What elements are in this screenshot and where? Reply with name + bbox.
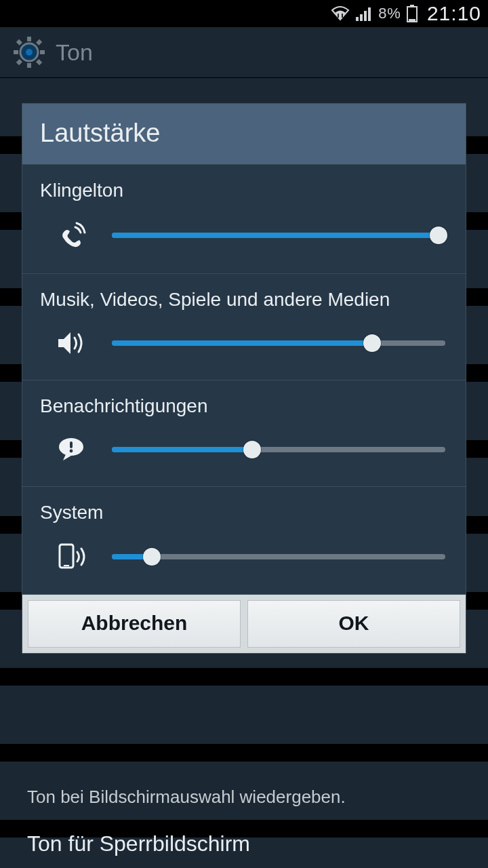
notifications-slider[interactable] <box>112 441 445 458</box>
signal-icon <box>355 6 373 21</box>
media-slider[interactable] <box>112 335 445 351</box>
section-ringer: Klingelton <box>22 165 466 274</box>
svg-rect-15 <box>16 59 22 65</box>
svg-rect-9 <box>27 37 31 41</box>
svg-rect-0 <box>356 17 359 21</box>
section-label: Benachrichtigungen <box>40 395 448 417</box>
cancel-button[interactable]: Abbrechen <box>28 600 241 648</box>
page-title: Ton <box>56 39 93 66</box>
system-icon <box>52 542 90 571</box>
notification-icon <box>52 436 90 463</box>
section-media: Musik, Videos, Spiele und andere Medien <box>22 274 466 380</box>
bg-row-title: Ton für Sperrbildschirm <box>27 831 250 856</box>
ringer-icon <box>52 220 90 250</box>
svg-rect-1 <box>360 14 363 21</box>
svg-rect-3 <box>368 7 371 21</box>
section-notifications: Benachrichtigungen <box>22 380 466 487</box>
svg-rect-18 <box>70 441 73 448</box>
app-header: Ton <box>0 27 488 78</box>
battery-icon <box>407 5 418 22</box>
section-label: Klingelton <box>40 180 448 201</box>
system-slider[interactable] <box>112 549 445 565</box>
svg-rect-14 <box>36 39 42 45</box>
ringer-slider[interactable] <box>112 227 445 243</box>
svg-rect-11 <box>14 50 18 54</box>
bg-row-caption: Ton bei Bildschirmauswahl wiedergeben. <box>27 787 346 808</box>
clock: 21:10 <box>427 2 481 25</box>
svg-point-8 <box>26 49 33 56</box>
dialog-button-bar: Abbrechen OK <box>22 595 466 653</box>
svg-rect-21 <box>64 565 69 566</box>
settings-gear-icon <box>14 37 45 68</box>
media-icon <box>52 330 90 357</box>
svg-rect-12 <box>40 50 45 54</box>
battery-percent: 8% <box>378 5 401 22</box>
section-system: System <box>22 487 466 595</box>
svg-rect-10 <box>27 63 31 68</box>
status-bar: 8% 21:10 <box>0 0 488 27</box>
svg-rect-6 <box>409 19 415 21</box>
dialog-title: Lautstärke <box>22 104 466 165</box>
svg-rect-13 <box>16 39 22 45</box>
section-label: Musik, Videos, Spiele und andere Medien <box>40 289 448 311</box>
volume-dialog: Lautstärke Klingelton Musik, Videos, Spi… <box>22 103 466 654</box>
svg-rect-20 <box>60 545 73 568</box>
ok-button[interactable]: OK <box>247 600 460 648</box>
section-label: System <box>40 502 448 524</box>
svg-point-19 <box>70 450 73 453</box>
wifi-icon <box>331 6 350 21</box>
svg-rect-2 <box>364 11 367 21</box>
svg-rect-16 <box>36 59 42 65</box>
